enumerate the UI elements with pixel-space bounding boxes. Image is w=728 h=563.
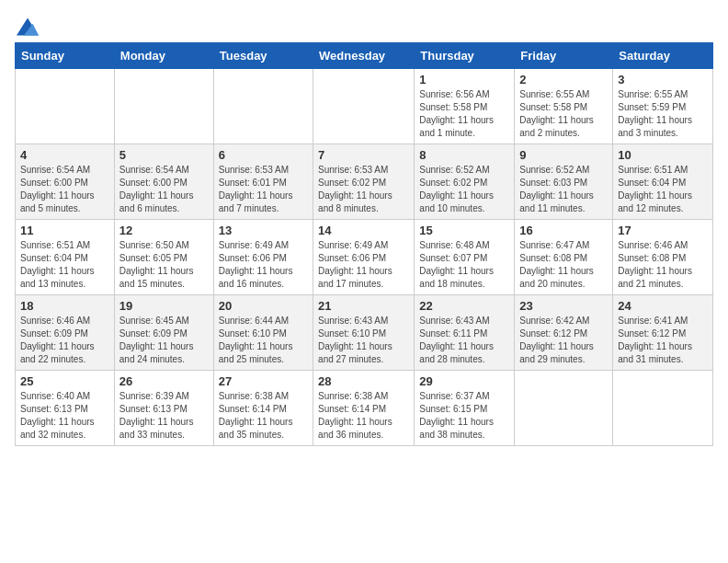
calendar-cell: 15Sunrise: 6:48 AM Sunset: 6:07 PM Dayli…: [415, 220, 515, 295]
calendar-cell: 14Sunrise: 6:49 AM Sunset: 6:06 PM Dayli…: [313, 220, 415, 295]
day-number: 18: [20, 299, 109, 313]
calendar-cell: [114, 69, 213, 144]
day-header-wednesday: Wednesday: [313, 43, 415, 69]
day-number: 4: [20, 148, 109, 162]
calendar-cell: 22Sunrise: 6:43 AM Sunset: 6:11 PM Dayli…: [415, 295, 515, 371]
day-number: 21: [318, 299, 409, 313]
day-info: Sunrise: 6:43 AM Sunset: 6:11 PM Dayligh…: [419, 315, 509, 366]
day-header-friday: Friday: [515, 43, 613, 69]
day-info: Sunrise: 6:38 AM Sunset: 6:14 PM Dayligh…: [318, 390, 409, 442]
day-info: Sunrise: 6:44 AM Sunset: 6:10 PM Dayligh…: [219, 315, 308, 366]
calendar-cell: 12Sunrise: 6:50 AM Sunset: 6:05 PM Dayli…: [114, 220, 213, 295]
day-number: 23: [519, 299, 608, 313]
calendar-header-row: SundayMondayTuesdayWednesdayThursdayFrid…: [16, 43, 713, 69]
calendar-week-row: 18Sunrise: 6:46 AM Sunset: 6:09 PM Dayli…: [16, 295, 713, 371]
calendar-cell: 21Sunrise: 6:43 AM Sunset: 6:10 PM Dayli…: [313, 295, 415, 371]
day-number: 29: [419, 374, 509, 388]
day-info: Sunrise: 6:46 AM Sunset: 6:09 PM Dayligh…: [20, 315, 109, 366]
day-info: Sunrise: 6:38 AM Sunset: 6:14 PM Dayligh…: [219, 390, 308, 442]
calendar-cell: 11Sunrise: 6:51 AM Sunset: 6:04 PM Dayli…: [16, 220, 115, 295]
calendar-week-row: 25Sunrise: 6:40 AM Sunset: 6:13 PM Dayli…: [16, 371, 713, 446]
day-info: Sunrise: 6:53 AM Sunset: 6:02 PM Dayligh…: [318, 164, 409, 215]
day-info: Sunrise: 6:55 AM Sunset: 5:58 PM Dayligh…: [519, 88, 608, 140]
calendar-cell: 9Sunrise: 6:52 AM Sunset: 6:03 PM Daylig…: [515, 144, 613, 220]
day-info: Sunrise: 6:48 AM Sunset: 6:07 PM Dayligh…: [419, 239, 509, 291]
calendar-table: SundayMondayTuesdayWednesdayThursdayFrid…: [15, 42, 713, 446]
day-info: Sunrise: 6:52 AM Sunset: 6:02 PM Dayligh…: [419, 164, 509, 215]
day-info: Sunrise: 6:40 AM Sunset: 6:13 PM Dayligh…: [20, 390, 109, 442]
calendar-cell: 7Sunrise: 6:53 AM Sunset: 6:02 PM Daylig…: [313, 144, 415, 220]
day-number: 25: [20, 374, 109, 388]
calendar-cell: 23Sunrise: 6:42 AM Sunset: 6:12 PM Dayli…: [515, 295, 613, 371]
day-info: Sunrise: 6:54 AM Sunset: 6:00 PM Dayligh…: [119, 164, 209, 215]
day-info: Sunrise: 6:42 AM Sunset: 6:12 PM Dayligh…: [519, 315, 608, 366]
calendar-cell: [16, 69, 115, 144]
calendar-cell: 10Sunrise: 6:51 AM Sunset: 6:04 PM Dayli…: [613, 144, 713, 220]
day-info: Sunrise: 6:56 AM Sunset: 5:58 PM Dayligh…: [419, 88, 509, 140]
calendar-cell: [515, 371, 613, 446]
day-header-saturday: Saturday: [613, 43, 713, 69]
calendar-cell: 29Sunrise: 6:37 AM Sunset: 6:15 PM Dayli…: [415, 371, 515, 446]
day-header-monday: Monday: [114, 43, 213, 69]
calendar-cell: 8Sunrise: 6:52 AM Sunset: 6:02 PM Daylig…: [415, 144, 515, 220]
day-info: Sunrise: 6:43 AM Sunset: 6:10 PM Dayligh…: [318, 315, 409, 366]
calendar-cell: 27Sunrise: 6:38 AM Sunset: 6:14 PM Dayli…: [213, 371, 313, 446]
day-info: Sunrise: 6:41 AM Sunset: 6:12 PM Dayligh…: [618, 315, 708, 366]
calendar-week-row: 11Sunrise: 6:51 AM Sunset: 6:04 PM Dayli…: [16, 220, 713, 295]
day-number: 5: [119, 148, 209, 162]
day-number: 13: [219, 224, 308, 237]
day-number: 14: [318, 224, 409, 237]
calendar-cell: 4Sunrise: 6:54 AM Sunset: 6:00 PM Daylig…: [16, 144, 115, 220]
day-number: 26: [119, 374, 209, 388]
day-number: 6: [219, 148, 308, 162]
day-number: 8: [419, 148, 509, 162]
calendar-cell: 24Sunrise: 6:41 AM Sunset: 6:12 PM Dayli…: [613, 295, 713, 371]
header: [15, 15, 713, 33]
day-header-sunday: Sunday: [16, 43, 115, 69]
day-info: Sunrise: 6:37 AM Sunset: 6:15 PM Dayligh…: [419, 390, 509, 442]
calendar-cell: 28Sunrise: 6:38 AM Sunset: 6:14 PM Dayli…: [313, 371, 415, 446]
calendar-cell: 17Sunrise: 6:46 AM Sunset: 6:08 PM Dayli…: [613, 220, 713, 295]
logo: [15, 15, 39, 33]
day-info: Sunrise: 6:49 AM Sunset: 6:06 PM Dayligh…: [219, 239, 308, 291]
calendar-cell: 6Sunrise: 6:53 AM Sunset: 6:01 PM Daylig…: [213, 144, 313, 220]
day-number: 20: [219, 299, 308, 313]
day-number: 16: [519, 224, 608, 237]
calendar-cell: 13Sunrise: 6:49 AM Sunset: 6:06 PM Dayli…: [213, 220, 313, 295]
day-number: 7: [318, 148, 409, 162]
day-number: 3: [618, 73, 708, 86]
day-header-tuesday: Tuesday: [213, 43, 313, 69]
day-number: 1: [419, 73, 509, 86]
calendar-cell: 2Sunrise: 6:55 AM Sunset: 5:58 PM Daylig…: [515, 69, 613, 144]
day-info: Sunrise: 6:51 AM Sunset: 6:04 PM Dayligh…: [20, 239, 109, 291]
day-info: Sunrise: 6:50 AM Sunset: 6:05 PM Dayligh…: [119, 239, 209, 291]
calendar-week-row: 1Sunrise: 6:56 AM Sunset: 5:58 PM Daylig…: [16, 69, 713, 144]
day-info: Sunrise: 6:39 AM Sunset: 6:13 PM Dayligh…: [119, 390, 209, 442]
calendar-cell: [213, 69, 313, 144]
day-header-thursday: Thursday: [415, 43, 515, 69]
day-info: Sunrise: 6:45 AM Sunset: 6:09 PM Dayligh…: [119, 315, 209, 366]
calendar-cell: 5Sunrise: 6:54 AM Sunset: 6:00 PM Daylig…: [114, 144, 213, 220]
day-number: 2: [519, 73, 608, 86]
day-number: 24: [618, 299, 708, 313]
calendar-cell: [313, 69, 415, 144]
day-number: 9: [519, 148, 608, 162]
day-number: 27: [219, 374, 308, 388]
day-number: 22: [419, 299, 509, 313]
day-info: Sunrise: 6:46 AM Sunset: 6:08 PM Dayligh…: [618, 239, 708, 291]
calendar-cell: 3Sunrise: 6:55 AM Sunset: 5:59 PM Daylig…: [613, 69, 713, 144]
day-number: 17: [618, 224, 708, 237]
day-info: Sunrise: 6:51 AM Sunset: 6:04 PM Dayligh…: [618, 164, 708, 215]
day-number: 11: [20, 224, 109, 237]
calendar-cell: 25Sunrise: 6:40 AM Sunset: 6:13 PM Dayli…: [16, 371, 115, 446]
day-info: Sunrise: 6:49 AM Sunset: 6:06 PM Dayligh…: [318, 239, 409, 291]
day-number: 10: [618, 148, 708, 162]
calendar-cell: [613, 371, 713, 446]
calendar-cell: 16Sunrise: 6:47 AM Sunset: 6:08 PM Dayli…: [515, 220, 613, 295]
day-info: Sunrise: 6:54 AM Sunset: 6:00 PM Dayligh…: [20, 164, 109, 215]
day-info: Sunrise: 6:55 AM Sunset: 5:59 PM Dayligh…: [618, 88, 708, 140]
calendar-cell: 19Sunrise: 6:45 AM Sunset: 6:09 PM Dayli…: [114, 295, 213, 371]
day-number: 28: [318, 374, 409, 388]
calendar-week-row: 4Sunrise: 6:54 AM Sunset: 6:00 PM Daylig…: [16, 144, 713, 220]
day-number: 15: [419, 224, 509, 237]
